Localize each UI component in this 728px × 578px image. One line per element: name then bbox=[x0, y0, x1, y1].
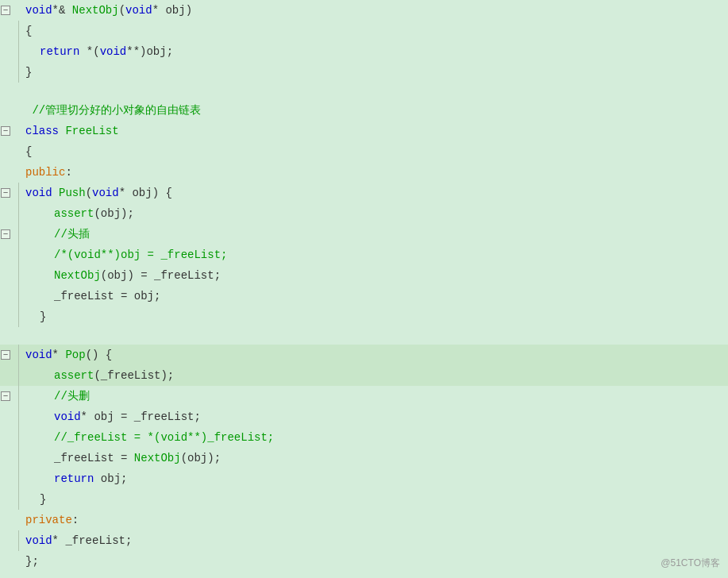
token-plain: }; bbox=[25, 555, 39, 568]
code-line: public: bbox=[0, 162, 728, 183]
token-fn2: NextObj bbox=[54, 269, 101, 282]
fold-icon[interactable]: − bbox=[1, 229, 10, 239]
fold-gutter[interactable] bbox=[0, 510, 11, 530]
line-text: void* obj = _freeList; bbox=[54, 407, 728, 427]
token-kw2: return bbox=[54, 472, 94, 485]
fold-gutter[interactable] bbox=[0, 141, 11, 162]
token-kw2: void bbox=[25, 4, 52, 17]
line-text bbox=[25, 327, 728, 345]
fold-gutter[interactable]: − bbox=[0, 183, 11, 203]
line-text: class FreeList bbox=[25, 121, 728, 141]
line-text: void Push(void* obj) { bbox=[25, 183, 728, 203]
fold-gutter[interactable] bbox=[0, 162, 11, 183]
token-plain: (obj); bbox=[94, 207, 133, 220]
token-plain: (_freeList); bbox=[94, 369, 174, 382]
indent-guide-line bbox=[18, 365, 19, 386]
fold-gutter[interactable]: − bbox=[0, 0, 11, 21]
token-plain: *( bbox=[79, 45, 99, 58]
indent-area bbox=[11, 551, 25, 572]
indent-area bbox=[11, 530, 25, 551]
token-acc: private bbox=[25, 514, 72, 526]
fold-gutter[interactable]: − bbox=[0, 224, 11, 245]
line-text: //头删 bbox=[54, 386, 728, 407]
code-line: −void*& NextObj(void* obj) bbox=[0, 0, 728, 21]
fold-gutter[interactable] bbox=[0, 551, 11, 572]
token-assert-fn: assert bbox=[54, 369, 94, 382]
token-kw2: void bbox=[92, 187, 119, 199]
indent-area bbox=[11, 345, 25, 365]
line-text: void* _freeList; bbox=[25, 530, 728, 551]
code-line: assert(obj); bbox=[0, 203, 728, 224]
fold-gutter[interactable]: − bbox=[0, 121, 11, 141]
fold-gutter[interactable] bbox=[0, 489, 11, 510]
fold-gutter[interactable] bbox=[0, 265, 11, 286]
fold-icon[interactable]: − bbox=[1, 6, 10, 15]
fold-gutter[interactable] bbox=[0, 83, 11, 100]
token-cm: //_freeList = *(void**)_freeList; bbox=[54, 431, 274, 444]
indent-guide-line bbox=[18, 306, 19, 327]
token-cm: //头删 bbox=[54, 390, 90, 403]
fold-gutter[interactable] bbox=[0, 286, 11, 306]
fold-gutter[interactable] bbox=[0, 448, 11, 468]
fold-gutter[interactable] bbox=[0, 41, 11, 62]
token-kw2: void bbox=[25, 534, 52, 547]
code-line: { bbox=[0, 21, 728, 41]
indent-area bbox=[11, 0, 25, 21]
line-text: } bbox=[40, 306, 728, 327]
code-line: assert(_freeList); bbox=[0, 365, 728, 386]
indent-area bbox=[11, 41, 40, 62]
fold-gutter[interactable] bbox=[0, 407, 11, 427]
token-fn: Push bbox=[59, 187, 86, 199]
fold-icon[interactable]: − bbox=[1, 126, 10, 136]
fold-gutter[interactable] bbox=[0, 245, 11, 265]
token-plain: : bbox=[65, 166, 71, 179]
indent-guide-line bbox=[18, 62, 19, 83]
fold-gutter[interactable] bbox=[0, 100, 11, 121]
token-plain: { bbox=[25, 25, 32, 37]
fold-gutter[interactable]: − bbox=[0, 345, 11, 365]
token-plain: * bbox=[52, 349, 66, 361]
code-line: void* obj = _freeList; bbox=[0, 407, 728, 427]
line-text: void* Pop() { bbox=[25, 345, 728, 365]
token-plain: } bbox=[25, 66, 32, 79]
indent-guide-line bbox=[18, 345, 19, 365]
token-plain: : bbox=[72, 514, 79, 526]
indent-guide-line bbox=[18, 386, 19, 407]
token-plain: * obj) bbox=[152, 4, 192, 17]
token-plain: ( bbox=[119, 4, 125, 17]
code-line: return *(void**)obj; bbox=[0, 41, 728, 62]
token-plain: _freeList = bbox=[54, 452, 134, 464]
indent-guide-line bbox=[18, 489, 19, 510]
code-line: { bbox=[0, 141, 728, 162]
token-plain bbox=[52, 187, 59, 199]
code-line: }; bbox=[0, 551, 728, 572]
fold-gutter[interactable] bbox=[0, 21, 11, 41]
indent-guide-line bbox=[18, 224, 19, 245]
token-kw2: void bbox=[125, 4, 152, 17]
code-line: private: bbox=[0, 510, 728, 530]
fold-gutter[interactable] bbox=[0, 427, 11, 448]
code-line: −class FreeList bbox=[0, 121, 728, 141]
indent-area bbox=[11, 83, 25, 100]
fold-gutter[interactable] bbox=[0, 203, 11, 224]
indent-area bbox=[11, 162, 25, 183]
indent-guide-line bbox=[18, 265, 19, 286]
fold-icon[interactable]: − bbox=[1, 188, 10, 198]
indent-area bbox=[11, 21, 25, 41]
fold-gutter[interactable]: − bbox=[0, 386, 11, 407]
line-text: //管理切分好的小对象的自由链表 bbox=[25, 100, 728, 121]
fold-gutter[interactable] bbox=[0, 468, 11, 489]
fold-gutter[interactable] bbox=[0, 62, 11, 83]
fold-gutter[interactable] bbox=[0, 306, 11, 327]
indent-area bbox=[11, 386, 54, 407]
line-text: { bbox=[25, 21, 728, 41]
fold-icon[interactable]: − bbox=[1, 391, 10, 401]
line-text: return obj; bbox=[54, 468, 728, 489]
line-text: _freeList = NextObj(obj); bbox=[54, 448, 728, 468]
fold-icon[interactable]: − bbox=[1, 350, 10, 360]
fold-gutter[interactable] bbox=[0, 365, 11, 386]
fold-gutter[interactable] bbox=[0, 327, 11, 345]
indent-area bbox=[11, 407, 54, 427]
fold-gutter[interactable] bbox=[0, 530, 11, 551]
token-plain: (obj) = _freeList; bbox=[101, 269, 221, 282]
